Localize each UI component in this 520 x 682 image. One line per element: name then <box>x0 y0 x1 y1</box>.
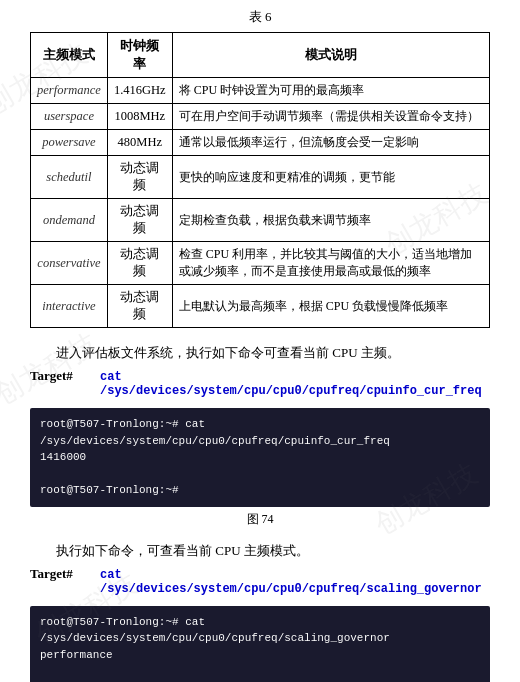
cpu-mode-table: 主频模式 时钟频率 模式说明 performance1.416GHz将 CPU … <box>30 32 490 328</box>
section1-figure: 图 74 <box>30 511 490 528</box>
page-content: 表 6 主频模式 时钟频率 模式说明 performance1.416GHz将 … <box>0 0 520 682</box>
cell-desc: 将 CPU 时钟设置为可用的最高频率 <box>172 78 489 104</box>
table-row: schedutil动态调频更快的响应速度和更精准的调频，更节能 <box>31 156 490 199</box>
table-row: interactive动态调频上电默认为最高频率，根据 CPU 负载慢慢降低频率 <box>31 285 490 328</box>
cell-mode: performance <box>31 78 108 104</box>
col-header-mode: 主频模式 <box>31 33 108 78</box>
section2-command-line: Target# cat /sys/devices/system/cpu/cpu0… <box>30 566 490 596</box>
cell-desc: 更快的响应速度和更精准的调频，更节能 <box>172 156 489 199</box>
section2-prefix: Target# <box>30 566 100 582</box>
cell-desc: 上电默认为最高频率，根据 CPU 负载慢慢降低频率 <box>172 285 489 328</box>
table-title: 表 6 <box>30 8 490 26</box>
section2-para: 执行如下命令，可查看当前 CPU 主频模式。 <box>30 542 490 560</box>
section1-command-line: Target# cat /sys/devices/system/cpu/cpu0… <box>30 368 490 398</box>
cell-freq: 1.416GHz <box>107 78 172 104</box>
section1-command: cat /sys/devices/system/cpu/cpu0/cpufreq… <box>100 370 490 398</box>
terminal-prompt: root@T507-Tronlong:~# cat /sys/devices/s… <box>40 616 390 645</box>
cell-desc: 定期检查负载，根据负载来调节频率 <box>172 199 489 242</box>
section1-para: 进入评估板文件系统，执行如下命令可查看当前 CPU 主频。 <box>30 344 490 362</box>
terminal-output: 1416000 <box>40 449 480 466</box>
cell-desc: 通常以最低频率运行，但流畅度会受一定影响 <box>172 130 489 156</box>
cell-desc: 检查 CPU 利用率，并比较其与阈值的大小，适当地增加或减少频率，而不是直接使用… <box>172 242 489 285</box>
cell-freq: 480MHz <box>107 130 172 156</box>
cell-freq: 动态调频 <box>107 199 172 242</box>
cell-mode: schedutil <box>31 156 108 199</box>
cell-freq: 动态调频 <box>107 156 172 199</box>
section1-prefix: Target# <box>30 368 100 384</box>
terminal-output: root@T507-Tronlong:~# <box>40 482 480 499</box>
cell-mode: powersave <box>31 130 108 156</box>
section2-command: cat /sys/devices/system/cpu/cpu0/cpufreq… <box>100 568 490 596</box>
table-row: conservative动态调频检查 CPU 利用率，并比较其与阈值的大小，适当… <box>31 242 490 285</box>
cell-freq: 动态调频 <box>107 285 172 328</box>
cell-mode: userspace <box>31 104 108 130</box>
table-row: ondemand动态调频定期检查负载，根据负载来调节频率 <box>31 199 490 242</box>
section1-terminal: root@T507-Tronlong:~# cat /sys/devices/s… <box>30 408 490 507</box>
cell-freq: 1008MHz <box>107 104 172 130</box>
section2-terminal: root@T507-Tronlong:~# cat /sys/devices/s… <box>30 606 490 683</box>
cell-desc: 可在用户空间手动调节频率（需提供相关设置命令支持） <box>172 104 489 130</box>
cell-freq: 动态调频 <box>107 242 172 285</box>
terminal-prompt: root@T507-Tronlong:~# cat /sys/devices/s… <box>40 418 390 447</box>
table-row: performance1.416GHz将 CPU 时钟设置为可用的最高频率 <box>31 78 490 104</box>
terminal-output: performance <box>40 647 480 664</box>
table-header-row: 主频模式 时钟频率 模式说明 <box>31 33 490 78</box>
col-header-freq: 时钟频率 <box>107 33 172 78</box>
cell-mode: ondemand <box>31 199 108 242</box>
table-row: userspace1008MHz可在用户空间手动调节频率（需提供相关设置命令支持… <box>31 104 490 130</box>
col-header-desc: 模式说明 <box>172 33 489 78</box>
cell-mode: conservative <box>31 242 108 285</box>
table-row: powersave480MHz通常以最低频率运行，但流畅度会受一定影响 <box>31 130 490 156</box>
cell-mode: interactive <box>31 285 108 328</box>
